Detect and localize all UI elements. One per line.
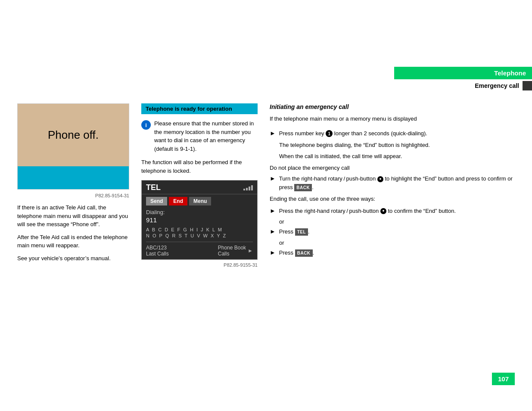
tel-footer-right: Phone Book Calls ► [218,245,253,257]
num-circle-1: 1 [326,130,333,137]
tel-body: Send End Menu Dialing: 911 A B C D E F G… [142,194,257,259]
bullet-text-1: Press number key 1 longer than 2 seconds… [279,129,427,138]
tel-buttons-row: Send End Menu [146,197,253,206]
bullet-text-4: Press TEL. [279,227,310,236]
rotary-circle-2: ● [380,208,386,214]
info-box: i Please ensure that the number stored i… [141,119,258,153]
rotary-circle-1: ● [377,176,383,182]
or-2: or [279,240,515,246]
back-button-2: BACK [295,249,313,257]
bullet-arrow-3: ► [270,207,276,214]
tel-alphabet-1: A B C D E F G H I J K L M [146,227,253,232]
initiating-title: Initiating an emergency call [270,103,515,110]
tel-inline-button: TEL [295,228,308,236]
phone-display-bottom [18,166,129,190]
tel-footer-left: ABC/123 Last Calls [146,245,169,257]
middle-column: Telephone is ready for operation i Pleas… [141,103,258,268]
tel-menu-button[interactable]: Menu [189,197,211,206]
phone-display: Phone off. [17,103,129,190]
info-text: Please ensure that the number stored in … [154,119,258,153]
tel-send-button[interactable]: Send [146,197,167,206]
bullet-arrow-1: ► [270,130,276,137]
left-description: If there is an active Tele Aid call, the… [17,203,129,262]
bullet-text-5: Press BACK. [279,249,314,257]
bullet-item-4: ► Press TEL. [270,227,515,236]
tel-label: TEL [146,183,243,192]
tel-footer-abc: ABC/123 [146,245,169,251]
header-emergency: Emergency call [394,79,532,92]
do-not-text: Do not place the emergency call [270,165,515,171]
phone-display-top: Phone off. [18,104,129,166]
header-telephone: Telephone [394,67,532,79]
bullet-item-2: ► Turn the right-hand rotary / push-butt… [270,174,515,191]
tel-footer-lastcalls: Last Calls [146,251,169,257]
info-icon: i [141,120,151,130]
section-title: Telephone is ready for operation [141,103,258,114]
tel-end-button[interactable]: End [169,197,187,206]
left-para-1: If there is an active Tele Aid call, the… [17,203,129,229]
bullet-item-5: ► Press BACK. [270,249,515,257]
bullet-item-1: ► Press number key 1 longer than 2 secon… [270,129,515,138]
tel-arrow-icon: ► [248,248,253,254]
sub-text-1a: The telephone begins dialing, the “End” … [279,141,515,149]
photo-code-2: P82.85-9155-31 [141,262,258,268]
header-emergency-text: Emergency call [475,82,519,89]
bullet-arrow-2: ► [270,175,276,182]
left-column: Phone off. P82.85-9154-31 If there is an… [17,103,129,268]
back-button-1: BACK [294,184,312,191]
header-emergency-box [523,81,532,90]
note-text: The function will also be performed if t… [141,158,258,175]
page-number: 107 [492,373,515,385]
bullet-text-3: Press the right-hand rotary / push-butto… [279,207,456,215]
tel-screen-header: TEL [142,181,257,194]
tel-footer: ABC/123 Last Calls Phone Book Calls ► [146,242,253,257]
bullet-item-3: ► Press the right-hand rotary / push-but… [270,207,515,215]
photo-code-1: P82.85-9154-31 [17,193,129,198]
tel-dialing-label: Dialing: [146,209,253,215]
left-para-3: See your vehicle’s operator’s manual. [17,254,129,263]
tel-footer-phonebook-calls: Phone Book Calls [218,245,246,257]
tel-screen: TEL Send End Menu Dialing: 911 A B C D E… [141,180,258,260]
bullet-text-2: Turn the right-hand rotary / push-button… [279,174,515,191]
phone-off-text: Phone off. [48,128,99,142]
or-1: or [279,218,515,225]
right-column: Initiating an emergency call If the tele… [270,103,515,268]
ending-text: Ending the call, use one of the three wa… [270,195,515,203]
header-bar: Telephone Emergency call [394,67,532,92]
tel-signal [243,185,253,190]
bullet-arrow-5: ► [270,249,276,256]
sub-text-1b: When the call is initiated, the call tim… [279,152,515,161]
tel-alphabet-2: N O P Q R S T U V W X Y Z [146,233,253,238]
bullet-arrow-4: ► [270,228,276,235]
left-para-2: After the Tele Aid call is ended the tel… [17,233,129,250]
tel-number: 911 [146,216,253,224]
intro-text: If the telephone main menu or a memory m… [270,115,515,123]
main-content: Phone off. P82.85-9154-31 If there is an… [0,103,532,268]
